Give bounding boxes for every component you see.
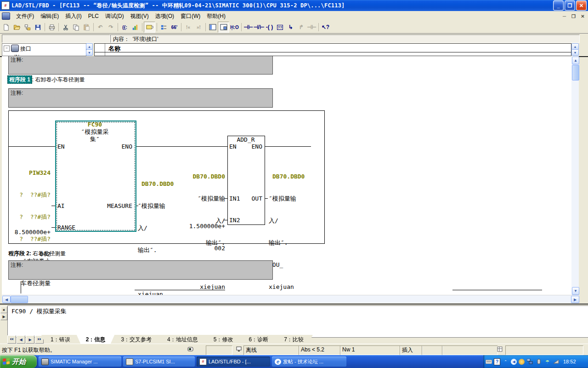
task-lad-stl-fbd[interactable]: # LAD/STL/FBD - [... — [197, 356, 270, 367]
expand-panel-icon[interactable]: ▶ — [0, 313, 7, 320]
task-s7-plcsim[interactable]: S7-PLCSIM1 SI... — [123, 356, 195, 367]
declaration-table[interactable]: 名称 — [94, 43, 571, 56]
menu-plc[interactable]: PLC — [85, 12, 102, 20]
contact-no-icon[interactable]: ⊣⊢ — [243, 22, 254, 32]
redo-icon[interactable]: ↷ — [106, 22, 116, 32]
new-document-icon[interactable] — [1, 22, 11, 32]
gray-wedge-icon[interactable] — [553, 358, 560, 365]
menu-edit[interactable]: 编辑(E) — [37, 12, 62, 21]
show-hidden-chevron-icon[interactable]: ⌃ — [502, 358, 509, 365]
tab-modify[interactable]: 5：修改 — [204, 335, 243, 344]
network-app-icon[interactable] — [526, 358, 533, 365]
paste-icon[interactable] — [81, 22, 92, 32]
tree-scrollbar[interactable]: ▲ ▼ — [86, 43, 92, 56]
help-select-icon[interactable]: ↖? — [320, 22, 331, 32]
connector-icon[interactable]: ⊣⊢ — [306, 22, 317, 32]
coil-icon[interactable]: -( ) — [264, 22, 275, 32]
collapse-circle-icon[interactable]: ◀ — [511, 359, 517, 365]
network2-comment-box[interactable]: 注释: — [8, 260, 273, 280]
operand-in2-value[interactable]: 1.500000e+ 002 — [170, 208, 225, 267]
green-umbrella-icon[interactable]: ☂ — [544, 358, 551, 365]
scroll-right-icon[interactable]: ▶ — [571, 296, 579, 303]
cut-icon[interactable] — [60, 22, 71, 32]
scroll-left-icon[interactable]: ◀ — [2, 296, 11, 303]
tree-scroll-down-icon[interactable]: ▼ — [86, 49, 93, 56]
question-badge-icon[interactable]: ? — [494, 358, 500, 365]
menu-help[interactable]: 帮助(H) — [204, 12, 229, 21]
keyboard-icon[interactable] — [485, 358, 492, 365]
menu-file[interactable]: 文件(F) — [13, 12, 37, 21]
gold-coin-icon[interactable] — [519, 359, 525, 365]
overview-window-icon[interactable] — [218, 22, 229, 33]
taskbar-clock[interactable]: 18:52 — [563, 359, 576, 364]
menu-view[interactable]: 视图(V) — [127, 12, 152, 21]
tab-diagnostics[interactable]: 6：诊断 — [239, 335, 277, 344]
ladder-editor-canvas[interactable]: 注释: 程序段 1: 右卸卷小车卷径测量 注释: FC90 ″模拟量采 集″ E… — [2, 56, 571, 295]
next-error-icon[interactable]: »! — [193, 22, 204, 32]
split-window-icon[interactable] — [207, 22, 218, 32]
scroll-down-icon[interactable]: ▼ — [572, 287, 579, 295]
empty-box-icon[interactable]: ?? — [275, 22, 285, 32]
call-structure-icon[interactable] — [130, 22, 141, 32]
print-icon[interactable] — [46, 22, 57, 32]
comment-box-top[interactable]: 注释: — [8, 56, 273, 75]
symbol-information-icon[interactable]: 66' — [169, 22, 180, 32]
output-message-area[interactable]: FC90 / 模拟量采集 — [7, 305, 588, 338]
menu-options[interactable]: 选项(O) — [152, 12, 177, 21]
start-button[interactable]: 开始 — [0, 355, 37, 368]
open-branch-icon[interactable]: ↳ — [285, 22, 296, 32]
menu-window[interactable]: 窗口(W) — [177, 12, 204, 21]
minimize-button[interactable]: _ — [553, 0, 564, 11]
contact-nc-icon[interactable]: ⊣/⊢ — [254, 22, 264, 32]
close-panel-icon[interactable]: × — [0, 306, 7, 313]
mdi-restore-icon[interactable]: ❐ — [570, 13, 577, 20]
network1-comment-box[interactable]: 注释: — [8, 88, 273, 108]
menu-debug[interactable]: 调试(D) — [102, 12, 127, 21]
declaration-scroll-down-icon[interactable]: ▼ — [571, 49, 579, 56]
mdi-child-icon[interactable] — [2, 12, 10, 20]
tab-address-info[interactable]: 4：地址信息 — [158, 335, 207, 344]
tab-comparison[interactable]: 7：比较 — [275, 335, 313, 344]
program-elements-icon[interactable]: ({: — [119, 22, 130, 32]
vertical-scrollbar[interactable]: ▲ ▼ — [571, 56, 579, 295]
catalog-toggle-icon[interactable] — [144, 22, 155, 33]
close-button[interactable]: ✕ — [576, 0, 587, 11]
previous-error-icon[interactable]: !« — [183, 22, 193, 32]
task-forum-browser[interactable]: e 发帖 - 技术论坛 ... — [272, 356, 346, 367]
declaration-scroll-up-icon[interactable]: ▲ — [571, 43, 579, 50]
interface-tree-panel[interactable]: − 接口 IN — [2, 43, 86, 56]
declaration-scrollbar[interactable]: ▲ ▼ — [571, 43, 578, 56]
gray-device-icon[interactable] — [535, 358, 542, 365]
tree-expander-icon[interactable]: − — [4, 46, 10, 52]
task-simatic-manager[interactable]: SIMATIC Manager ... — [39, 356, 121, 367]
network1-title[interactable]: 程序段 1: 右卸卷小车卷径测量 — [7, 75, 85, 84]
horizontal-scroll-thumb[interactable] — [11, 296, 28, 303]
tab-next-icon[interactable]: ▶ — [26, 335, 34, 344]
network1-badge[interactable]: 程序段 1 — [7, 75, 32, 84]
close-branch-icon[interactable]: ↱ — [296, 22, 306, 32]
network2-badge[interactable]: 程序段 2: — [8, 250, 31, 257]
scroll-up-icon[interactable]: ▲ — [572, 57, 579, 64]
copy-icon[interactable] — [71, 22, 81, 32]
open-online-icon[interactable] — [22, 22, 33, 32]
interface-root-label[interactable]: 接口 — [20, 45, 31, 53]
operand-out-output[interactable]: DB70.DBD0 ″模拟量输 入/ 输出″. YOU_ xiejuan — [269, 158, 324, 295]
mdi-close-icon[interactable]: ✕ — [579, 13, 587, 20]
menu-insert[interactable]: 插入(I) — [62, 12, 85, 21]
tab-cross-reference[interactable]: 3：交叉参考 — [112, 335, 161, 344]
tab-prev-icon[interactable]: ◀ — [17, 335, 25, 344]
open-folder-icon[interactable] — [11, 22, 22, 32]
network2-title[interactable]: 程序段 2: 右卷卷径测量 — [8, 250, 66, 257]
restore-button[interactable]: ❐ — [565, 0, 575, 11]
undo-icon[interactable]: ↶ — [95, 22, 106, 32]
vertical-scroll-thumb[interactable] — [572, 65, 579, 80]
tab-info[interactable]: 2：信息 — [77, 335, 115, 344]
tab-errors[interactable]: 1：错误 — [41, 335, 79, 344]
mdi-minimize-icon[interactable]: ─ — [560, 13, 568, 20]
address-overview-icon[interactable]: Ḥ:O — [229, 22, 240, 32]
save-icon[interactable] — [33, 22, 43, 32]
tree-scroll-up-icon[interactable]: ▲ — [86, 43, 93, 50]
tab-first-icon[interactable]: ⏴⏴ — [7, 335, 16, 344]
symbolic-representation-icon[interactable] — [158, 22, 169, 32]
horizontal-scrollbar[interactable]: ◀ ▶ — [2, 295, 579, 303]
